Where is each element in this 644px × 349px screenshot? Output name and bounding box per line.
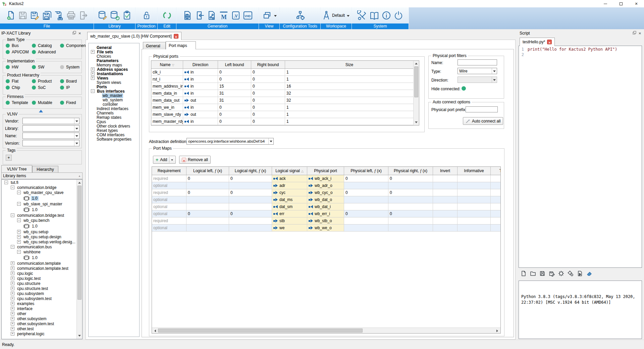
cell[interactable] — [433, 196, 458, 203]
library-tree-item[interactable]: +wb_cpu.setup — [2, 229, 76, 234]
library-tree-item[interactable]: 1.0 — [2, 223, 76, 229]
library-refresh-icon[interactable] — [109, 8, 120, 22]
expander-icon[interactable]: + — [91, 76, 95, 80]
chevron-down-icon[interactable] — [268, 138, 273, 144]
script-file-tab[interactable]: testHello.py* — [520, 38, 555, 46]
cell[interactable]: optional — [152, 203, 186, 210]
cell[interactable]: mem_data_in — [151, 90, 183, 97]
vlnv-name-combo[interactable] — [22, 133, 79, 139]
chevron-down-icon[interactable] — [492, 77, 497, 83]
filter-option-board[interactable]: Board — [60, 79, 82, 84]
editor-nav-item[interactable]: Remap states — [89, 115, 139, 119]
code-line[interactable]: 1print("Hello for Kactus2 Python API") — [519, 47, 642, 52]
cell[interactable]: 0 — [186, 175, 229, 182]
cell[interactable]: rst_i — [151, 76, 183, 83]
import-icon[interactable] — [194, 8, 205, 22]
cell[interactable]: in — [183, 90, 218, 97]
library-tree-item[interactable]: +communication.template.test — [2, 266, 76, 271]
editor-nav-item[interactable]: System views — [89, 80, 139, 85]
maximize-button[interactable] — [613, 0, 629, 7]
editor-nav-item[interactable]: COM interfaces — [89, 133, 139, 137]
cell[interactable]: required — [152, 217, 186, 225]
filter-option-template[interactable]: Template — [6, 100, 32, 105]
scroll-up-icon[interactable] — [78, 181, 81, 184]
cell[interactable]: optional — [152, 210, 186, 217]
cell[interactable]: 0 — [218, 111, 251, 118]
expander-icon[interactable]: + — [11, 287, 14, 290]
cell[interactable]: 0 — [218, 104, 251, 111]
cell[interactable] — [186, 225, 229, 232]
expander-icon[interactable]: + — [11, 292, 14, 295]
cell[interactable]: 31 — [218, 90, 251, 97]
close-button[interactable] — [629, 0, 644, 7]
expander-icon[interactable]: + — [11, 322, 14, 326]
view-dropdown-icon[interactable] — [274, 15, 277, 18]
column-header[interactable]: Left bound — [218, 61, 251, 68]
run-file-icon[interactable] — [576, 270, 584, 277]
cell[interactable] — [433, 203, 458, 210]
cell[interactable]: in — [183, 76, 218, 83]
tab-general[interactable]: General — [143, 42, 166, 49]
editor-nav-item[interactable]: Software properties — [89, 137, 139, 141]
filter-option-product[interactable]: Product — [32, 79, 60, 84]
add-tag-button[interactable]: + — [6, 155, 12, 161]
filter-dot-icon[interactable] — [6, 44, 10, 48]
chevron-down-icon[interactable] — [74, 140, 79, 146]
expander-icon[interactable]: − — [17, 202, 21, 206]
cell[interactable] — [229, 217, 272, 225]
clear-console-icon[interactable] — [586, 270, 593, 277]
expander-icon[interactable]: − — [11, 186, 14, 189]
cell[interactable] — [388, 225, 433, 232]
float-panel-icon[interactable] — [72, 31, 76, 36]
cell[interactable]: 1 — [285, 76, 414, 83]
cell[interactable] — [344, 217, 388, 225]
expander-icon[interactable]: + — [17, 230, 21, 234]
cell[interactable] — [388, 196, 433, 203]
save-script-as-icon[interactable] — [548, 270, 555, 277]
cell[interactable] — [491, 210, 501, 217]
lock-icon[interactable] — [141, 8, 152, 22]
cell[interactable] — [388, 203, 433, 210]
cell[interactable]: wb_dat_o — [307, 196, 344, 203]
filter-dot-icon[interactable] — [60, 86, 64, 90]
editor-nav-item[interactable]: Memory maps — [89, 63, 139, 67]
cell[interactable]: optional — [152, 225, 186, 232]
library-tree-item[interactable]: +cpu.structure — [2, 281, 76, 286]
library-tree-item[interactable]: 1.0 — [2, 254, 76, 261]
cell[interactable] — [491, 189, 501, 196]
expander-icon[interactable]: − — [91, 89, 95, 93]
workspace-selector[interactable]: Default — [332, 13, 345, 18]
scroll-right-icon[interactable] — [496, 330, 499, 332]
filter-dot-icon[interactable] — [32, 50, 36, 54]
expander-icon[interactable]: + — [11, 271, 14, 275]
vlnv-version-combo[interactable] — [22, 140, 79, 146]
library-tree-item[interactable]: +other.subsystem.test — [2, 321, 76, 326]
diagram-generator-icon[interactable] — [206, 8, 217, 22]
exit-power-icon[interactable] — [392, 8, 404, 22]
column-header[interactable]: Direction — [183, 61, 218, 68]
filter-option-component[interactable]: Component — [60, 43, 82, 48]
cell[interactable] — [186, 196, 229, 203]
cell[interactable]: wb_cyc_o — [307, 189, 344, 196]
tab-hierarchy[interactable]: Hierarchy — [32, 166, 58, 172]
column-header[interactable]: Right bound — [251, 61, 285, 68]
editor-nav-item[interactable]: contoller — [89, 102, 139, 106]
script-console-output[interactable]: Python 3.8.3 (tags/v3.8.3:6f8c832, May 1… — [519, 281, 642, 339]
save-icon[interactable] — [17, 8, 29, 22]
physical-ports-scroll-thumb[interactable] — [414, 66, 418, 97]
expander-icon[interactable]: − — [17, 218, 21, 222]
cell[interactable]: wb_adr_o — [307, 182, 344, 189]
column-header[interactable]: Physical port — [307, 167, 344, 175]
close-panel-icon[interactable] — [78, 31, 81, 36]
export-icon[interactable] — [77, 8, 89, 22]
column-header[interactable]: Requirement — [152, 167, 186, 175]
cell[interactable]: 0 — [251, 111, 285, 118]
cell[interactable]: out — [183, 111, 218, 118]
cell[interactable]: wb_ack_i — [307, 175, 344, 182]
cell[interactable]: mem_we_in — [151, 104, 183, 111]
cell[interactable]: wb_dat_i — [307, 203, 344, 210]
expander-icon[interactable]: + — [11, 312, 14, 315]
filter-option-mutable[interactable]: Mutable — [32, 100, 60, 105]
cell[interactable]: ack — [272, 175, 307, 182]
expander-icon[interactable]: + — [91, 50, 95, 54]
